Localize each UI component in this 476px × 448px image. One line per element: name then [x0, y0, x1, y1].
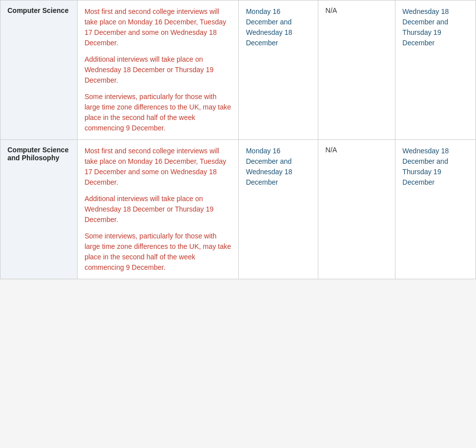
detail-paragraph: Most first and second college interviews…	[85, 6, 232, 48]
details-cell: Most first and second college interviews…	[77, 0, 239, 140]
detail-paragraph: Additional interviews will take place on…	[85, 194, 232, 225]
details-cell: Most first and second college interviews…	[77, 140, 239, 279]
na-cell: N/A	[318, 140, 395, 279]
table-row: Computer ScienceMost first and second co…	[0, 0, 476, 140]
detail-paragraph: Additional interviews will take place on…	[85, 54, 232, 86]
subject-cell: Computer Science and Philosophy	[0, 140, 78, 279]
alt-dates-cell: Wednesday 18 December and Thursday 19 De…	[395, 140, 476, 279]
primary-dates-cell: Monday 16 December and Wednesday 18 Dece…	[239, 140, 318, 279]
detail-paragraph: Some interviews, particularly for those …	[85, 231, 232, 273]
table-row: Computer Science and PhilosophyMost firs…	[0, 140, 476, 279]
subject-cell: Computer Science	[0, 0, 78, 140]
na-cell: N/A	[318, 0, 395, 140]
detail-paragraph: Some interviews, particularly for those …	[85, 92, 232, 133]
main-container: Computer ScienceMost first and second co…	[0, 0, 476, 279]
alt-dates-cell: Wednesday 18 December and Thursday 19 De…	[395, 0, 476, 140]
primary-dates-cell: Monday 16 December and Wednesday 18 Dece…	[239, 0, 318, 140]
detail-paragraph: Most first and second college interviews…	[85, 146, 232, 188]
interview-table: Computer ScienceMost first and second co…	[0, 0, 476, 279]
